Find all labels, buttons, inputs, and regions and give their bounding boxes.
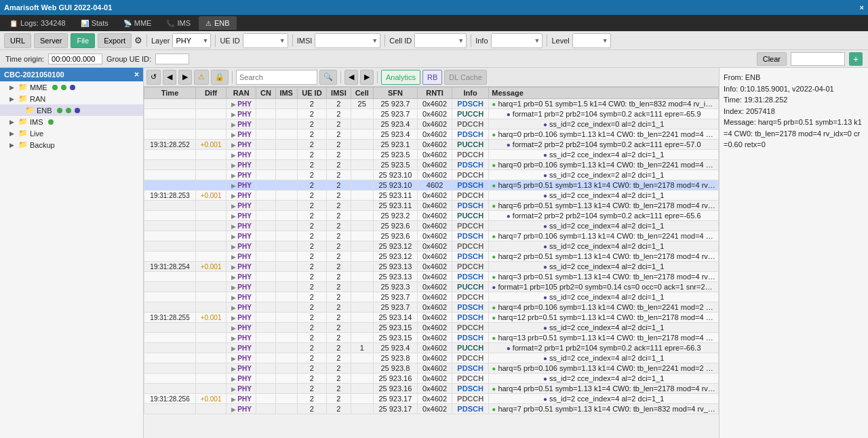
table-row[interactable]: ▶ PHY 2 2 25 923.5 0x4602 PDSCH ● harq=0… — [144, 160, 719, 170]
ueid-arrow[interactable]: ▼ — [277, 37, 288, 44]
table-row[interactable]: ▶ PHY 2 2 25 923.3 0x4602 PUCCH ● format… — [144, 282, 719, 292]
imsi-input[interactable] — [315, 34, 370, 47]
warning-btn[interactable]: ⚠ — [194, 70, 209, 85]
cell-cell: 1 — [351, 343, 373, 353]
layer-input[interactable] — [173, 34, 200, 47]
table-row[interactable]: ▶ PHY 2 2 25 923.2 0x4602 PUCCH ● format… — [144, 211, 719, 221]
table-row[interactable]: ▶ PHY 2 2 25 923.11 0x4602 PDSCH ● harq=… — [144, 201, 719, 211]
server-btn[interactable]: Server — [34, 33, 68, 48]
level-arrow[interactable]: ▼ — [600, 37, 610, 44]
table-row[interactable]: ▶ PHY 2 2 25 923.12 0x4602 PDSCH ● harq=… — [144, 252, 719, 262]
table-row[interactable]: ▶ PHY 2 2 25 923.6 0x4602 PDSCH ● harq=7… — [144, 231, 719, 241]
cell-ueid: 2 — [297, 99, 326, 109]
ueid-input[interactable] — [243, 34, 277, 47]
url-btn[interactable]: URL — [4, 33, 31, 48]
search-input[interactable] — [236, 70, 317, 85]
info-input[interactable] — [492, 34, 532, 47]
filter-input[interactable] — [791, 52, 845, 66]
rb-btn[interactable]: RB — [422, 70, 442, 85]
table-row[interactable]: ▶ PHY 2 2 25 923.16 0x4602 PDSCH ● harq=… — [144, 384, 719, 394]
search-icon-btn[interactable]: 🔍 — [319, 70, 337, 85]
cell-rnti: 0x4602 — [418, 374, 452, 384]
gear-icon[interactable]: ⚙ — [134, 35, 142, 45]
prev-result-btn[interactable]: ◀ — [344, 70, 358, 85]
close-btn[interactable]: × — [860, 3, 864, 12]
sidebar-item-ims[interactable]: ▶ 📁 IMS — [0, 116, 143, 127]
table-row[interactable]: ▶ PHY 2 2 25 923.8 0x4602 PDSCH ● harq=5… — [144, 363, 719, 374]
clear-btn[interactable]: Clear — [757, 52, 787, 66]
ueid-dropdown[interactable]: ▼ — [243, 33, 288, 48]
tab-logs[interactable]: 📋Logs: 334248 — [3, 16, 73, 30]
table-row[interactable]: ▶ PHY 2 2 25 923.10 0x4602 PDCCH ● ss_id… — [144, 170, 719, 180]
cell-cn — [256, 363, 275, 374]
table-row[interactable]: ▶ PHY 2 2 25 923.15 0x4602 PDSCH ● harq=… — [144, 333, 719, 343]
cell-ueid: 2 — [297, 241, 326, 252]
folder-icon-mme: 📁 — [18, 83, 28, 92]
table-row[interactable]: ▶ PHY 2 2 25 923.5 0x4602 PDCCH ● ss_id=… — [144, 150, 719, 160]
cell-sfn: 25 923.10 — [373, 170, 417, 180]
cell-imsi: 2 — [327, 282, 351, 292]
sidebar-item-enb[interactable]: 📁 ENB — [0, 104, 143, 116]
tab-stats[interactable]: 📊Stats — [74, 16, 115, 30]
table-row[interactable]: ▶ PHY 2 2 25 25 923.7 0x4602 PDSCH ● har… — [144, 99, 719, 109]
cell-cell — [351, 191, 373, 201]
layer-arrow[interactable]: ▼ — [200, 37, 210, 44]
phy-label: PHY — [236, 294, 252, 301]
table-row[interactable]: ▶ PHY 2 2 25 923.15 0x4602 PDCCH ● ss_id… — [144, 323, 719, 333]
table-row[interactable]: ▶ PHY 2 2 25 923.12 0x4602 PDCCH ● ss_id… — [144, 241, 719, 252]
data-table-container[interactable]: Time Diff RAN CN IMS UE ID IMSI Cell SFN… — [144, 87, 719, 438]
cellid-input[interactable] — [415, 34, 456, 47]
forward-btn[interactable]: ▶ — [178, 70, 192, 85]
cell-info: PDCCH — [452, 323, 488, 333]
lock-btn[interactable]: 🔒 — [211, 70, 229, 85]
sidebar-item-ran[interactable]: ▶ 📁 RAN — [0, 93, 143, 104]
sidebar-item-mme[interactable]: ▶ 📁 MME — [0, 81, 143, 93]
sidebar-close-btn[interactable]: × — [134, 70, 139, 79]
next-result-btn[interactable]: ▶ — [360, 70, 374, 85]
table-row[interactable]: ▶ PHY 2 2 25 923.7 0x4602 PDSCH ● harq=4… — [144, 302, 719, 313]
file-btn[interactable]: File — [71, 33, 95, 48]
table-row[interactable]: ▶ PHY 2 2 25 923.8 0x4602 PDCCH ● ss_id=… — [144, 353, 719, 363]
export-btn[interactable]: Export — [98, 33, 132, 48]
tab-mme[interactable]: 📡MME — [117, 16, 159, 30]
tab-ims[interactable]: 📞IMS — [159, 16, 197, 30]
table-row[interactable]: ▶ PHY 2 2 25 923.10 4602 PDSCH ● harq=5 … — [144, 180, 719, 191]
info-arrow[interactable]: ▼ — [532, 37, 542, 44]
cell-ran: ▶ PHY — [226, 211, 256, 221]
table-row[interactable]: ▶ PHY 2 2 25 923.16 0x4602 PDCCH ● ss_id… — [144, 374, 719, 384]
imsi-arrow[interactable]: ▼ — [370, 37, 380, 44]
group-ue-input[interactable] — [155, 54, 189, 64]
table-row[interactable]: ▶ PHY 2 2 25 923.4 0x4602 PDSCH ● harq=0… — [144, 130, 719, 140]
cell-time: 19:31:28.256 — [144, 394, 196, 404]
info-dropdown[interactable]: ▼ — [491, 33, 543, 48]
table-row[interactable]: ▶ PHY 2 2 25 923.4 0x4602 PDCCH ● ss_id=… — [144, 119, 719, 130]
table-row[interactable]: 19:31:28.254 +0.001 ▶ PHY 2 2 25 923.13 … — [144, 262, 719, 272]
imsi-dropdown[interactable]: ▼ — [315, 33, 380, 48]
table-row[interactable]: 19:31:28.252 +0.001 ▶ PHY 2 2 25 923.1 0… — [144, 140, 719, 150]
table-row[interactable]: ▶ PHY 2 2 25 923.6 0x4602 PDCCH ● ss_id=… — [144, 221, 719, 231]
table-row[interactable]: ▶ PHY 2 2 25 923.13 0x4602 PDSCH ● harq=… — [144, 272, 719, 282]
tab-enb[interactable]: ⚠ENB — [199, 16, 237, 30]
level-dropdown[interactable]: ▼ — [572, 33, 611, 48]
time-origin-input[interactable] — [48, 54, 102, 64]
table-row[interactable]: ▶ PHY 2 2 25 923.7 0x4602 PUCCH ● format… — [144, 109, 719, 119]
analytics-btn[interactable]: Analytics — [381, 70, 420, 85]
level-input[interactable] — [573, 34, 600, 47]
table-row[interactable]: 19:31:28.253 +0.001 ▶ PHY 2 2 25 923.11 … — [144, 191, 719, 201]
sidebar-item-backup[interactable]: ▶ 📁 Backup — [0, 139, 143, 151]
cell-info: PDSCH — [452, 160, 488, 170]
cellid-dropdown[interactable]: ▼ — [414, 33, 467, 48]
layer-dropdown[interactable]: ▼ — [172, 33, 211, 48]
table-row[interactable]: 19:31:28.256 +0.001 ▶ PHY 2 2 25 923.17 … — [144, 394, 719, 404]
add-filter-btn[interactable]: + — [849, 52, 863, 66]
cellid-arrow[interactable]: ▼ — [456, 37, 466, 44]
dl-cache-btn[interactable]: DL Cache — [444, 70, 487, 85]
cell-info: PDSCH — [452, 313, 488, 323]
table-row[interactable]: ▶ PHY 2 2 25 923.17 0x4602 PDSCH ● harq=… — [144, 404, 719, 414]
table-row[interactable]: ▶ PHY 2 2 25 923.7 0x4602 PDCCH ● ss_id=… — [144, 292, 719, 302]
refresh-btn[interactable]: ↺ — [146, 70, 161, 85]
table-row[interactable]: 19:31:28.255 +0.001 ▶ PHY 2 2 25 923.14 … — [144, 313, 719, 323]
table-row[interactable]: ▶ PHY 2 2 1 25 923.4 0x4602 PUCCH ● form… — [144, 343, 719, 353]
back-btn[interactable]: ◀ — [163, 70, 176, 85]
sidebar-item-live[interactable]: ▶ 📁 Live — [0, 127, 143, 139]
